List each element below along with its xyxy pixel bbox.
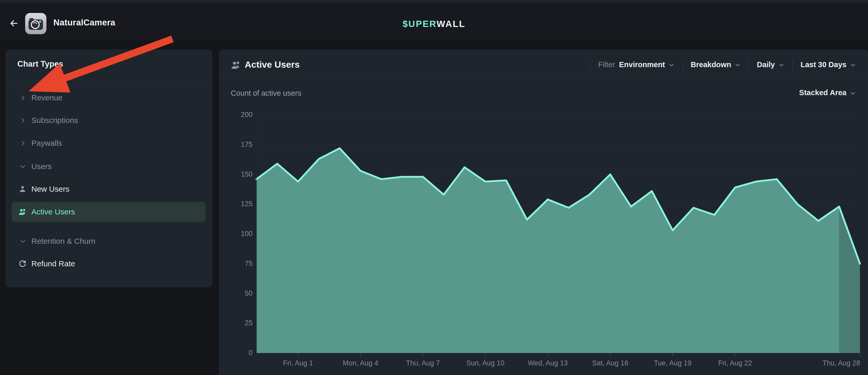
y-tick-label: 100 <box>221 230 252 238</box>
chart-subtitle: Count of active users <box>231 89 301 97</box>
sidebar-item-label: Revenue <box>31 93 62 102</box>
back-button[interactable] <box>9 18 19 29</box>
granularity-dropdown[interactable]: Daily <box>757 60 784 69</box>
y-tick-label: 175 <box>221 140 252 149</box>
y-tick-label: 25 <box>221 319 252 327</box>
people-icon <box>19 208 27 216</box>
date-range-dropdown[interactable]: Last 30 Days <box>801 60 856 69</box>
chevron-down-icon <box>20 163 26 170</box>
x-tick-label: Mon, Aug 4 <box>329 359 392 367</box>
chevron-down-icon <box>778 62 785 68</box>
y-tick-label: 200 <box>221 111 252 119</box>
top-bar: NaturalCamera $UPERWALL <box>0 0 868 40</box>
y-tick-label: 0 <box>221 349 252 357</box>
filter-environment-dropdown[interactable]: Environment <box>619 60 675 69</box>
x-tick-mark <box>735 353 735 356</box>
sidebar-item-revenue[interactable]: Revenue <box>6 90 212 106</box>
sidebar-item-subscriptions[interactable]: Subscriptions <box>6 112 212 129</box>
superwall-logo: $UPERWALL <box>403 19 465 29</box>
sidebar-divider <box>6 80 212 81</box>
sidebar-item-label: Subscriptions <box>31 116 78 125</box>
filter-separator <box>749 59 749 70</box>
sidebar-item-label: New Users <box>31 185 69 193</box>
sidebar-item-label: Retention & Churn <box>31 237 95 246</box>
chevron-right-icon <box>20 94 26 101</box>
x-tick-mark <box>423 353 423 356</box>
sidebar-item-retention-churn[interactable]: Retention & Churn <box>6 233 212 249</box>
people-icon <box>231 60 241 70</box>
y-tick-label: 125 <box>221 200 252 208</box>
filter-separator <box>793 59 793 70</box>
sidebar-item-users[interactable]: Users <box>6 158 212 175</box>
x-tick-mark <box>298 353 299 356</box>
sidebar-title: Chart Types <box>18 59 63 69</box>
chevron-down-icon <box>849 62 856 68</box>
area-fill <box>256 148 839 353</box>
y-tick-label: 75 <box>221 259 252 268</box>
y-axis-line <box>256 115 257 353</box>
chevron-down-icon <box>20 238 26 245</box>
x-tick-mark <box>860 353 860 356</box>
chart-type-dropdown[interactable]: Stacked Area <box>799 88 856 97</box>
filter-value: Daily <box>757 60 775 69</box>
x-tick-mark <box>673 353 673 356</box>
filter-value: Environment <box>619 60 665 69</box>
area-fill-incomplete <box>839 207 860 353</box>
breakdown-dropdown[interactable]: Breakdown <box>691 60 741 69</box>
chart-type-value: Stacked Area <box>799 88 846 97</box>
filter-separator <box>590 59 590 70</box>
x-tick-label: Sun, Aug 10 <box>454 359 517 367</box>
filter-value: Breakdown <box>691 60 731 69</box>
sidebar-item-refund-rate[interactable]: Refund Rate <box>6 255 212 272</box>
x-tick-label: Fri, Aug 1 <box>267 359 329 367</box>
x-tick-label: Wed, Aug 13 <box>517 359 579 367</box>
chevron-right-icon <box>20 140 26 147</box>
y-tick-label: 50 <box>221 289 252 298</box>
active-users-panel: Active Users Filter Environment Breakdow… <box>219 50 868 375</box>
window-top-strip <box>0 0 868 2</box>
chevron-right-icon <box>20 117 26 124</box>
area-chart[interactable] <box>256 115 860 353</box>
sidebar-item-label: Users <box>31 162 52 171</box>
sidebar-item-label: Refund Rate <box>31 259 75 268</box>
logo-dollar-part: $UPER <box>403 19 437 29</box>
chart-canvas <box>256 115 860 353</box>
filter-bar: Filter Environment Breakdown Daily Last … <box>582 50 856 79</box>
chevron-down-icon <box>734 62 741 68</box>
app-window: NaturalCamera $UPERWALL Chart Types Reve… <box>0 0 868 375</box>
sidebar-item-active-users[interactable]: Active Users <box>6 204 212 220</box>
x-tick-mark <box>360 353 361 356</box>
x-tick-mark <box>485 353 486 356</box>
chevron-down-icon <box>849 90 856 97</box>
chevron-down-icon <box>668 62 675 68</box>
x-tick-mark <box>548 353 548 356</box>
x-tick-label: Sat, Aug 16 <box>579 359 642 367</box>
filter-value: Last 30 Days <box>801 60 846 69</box>
sidebar-item-label: Active Users <box>31 208 75 216</box>
app-name: NaturalCamera <box>53 18 115 28</box>
person-icon <box>19 185 27 193</box>
sidebar-item-paywalls[interactable]: Paywalls <box>6 135 212 152</box>
panel-title: Active Users <box>245 59 300 70</box>
sidebar-item-label: Paywalls <box>31 139 62 148</box>
x-tick-label: Thu, Aug 7 <box>392 359 454 367</box>
refresh-icon <box>19 259 27 268</box>
y-tick-label: 150 <box>221 170 252 179</box>
arrow-left-icon <box>9 18 19 29</box>
x-tick-label: Fri, Aug 22 <box>704 359 766 367</box>
x-tick-label: Thu, Aug 28 <box>810 359 868 367</box>
x-tick-mark <box>610 353 611 356</box>
panel-header-divider <box>219 79 868 80</box>
sidebar-item-new-users[interactable]: New Users <box>6 181 212 197</box>
logo-wall-part: WALL <box>437 19 465 29</box>
chart-types-sidebar: Chart Types Revenue Subscriptions Paywal… <box>6 50 212 287</box>
filter-separator <box>683 59 683 70</box>
app-icon-camera <box>25 13 46 34</box>
x-tick-label: Tue, Aug 19 <box>642 359 704 367</box>
filter-label: Filter <box>598 60 615 69</box>
